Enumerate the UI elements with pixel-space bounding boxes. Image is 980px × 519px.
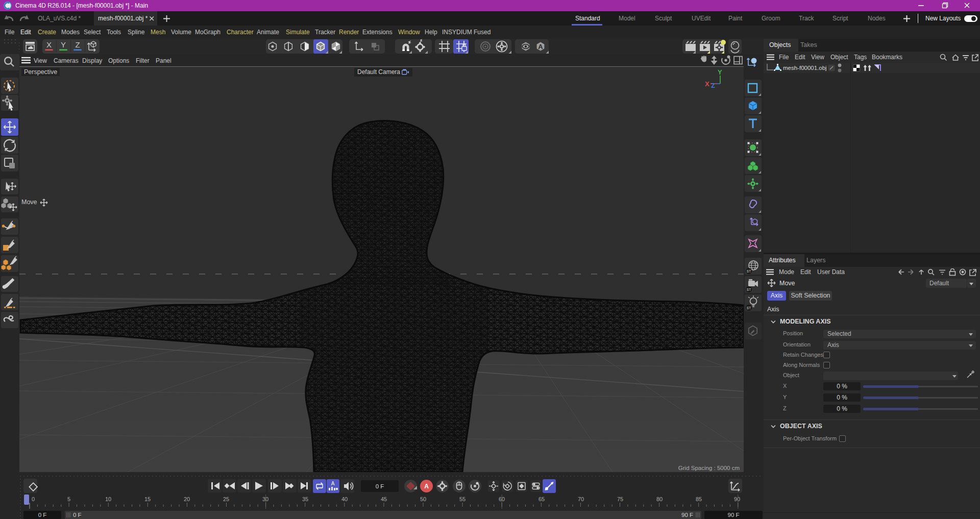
svg-text:ST: ST (747, 288, 751, 291)
svg-text:90 F: 90 F (681, 512, 693, 518)
svg-text:Z: Z (711, 82, 715, 89)
svg-text:Y: Y (61, 40, 66, 49)
svg-text:Z: Z (75, 40, 80, 49)
svg-text:A: A (331, 481, 335, 486)
svg-text:10: 10 (105, 496, 111, 502)
svg-text:65: 65 (538, 496, 545, 502)
svg-text:25: 25 (223, 496, 229, 502)
svg-text:0 F: 0 F (376, 483, 384, 489)
svg-text:55: 55 (459, 496, 465, 502)
svg-text:0 F: 0 F (38, 512, 47, 518)
svg-text:ST: ST (747, 306, 751, 310)
svg-text:40: 40 (341, 496, 348, 502)
svg-text:80: 80 (656, 496, 663, 502)
svg-text:X: X (46, 40, 52, 49)
svg-text:90 F: 90 F (727, 512, 739, 518)
svg-text:X: X (705, 80, 709, 88)
svg-text:45: 45 (381, 496, 387, 502)
svg-text:Y: Y (718, 68, 722, 76)
svg-text:35: 35 (302, 496, 308, 502)
svg-text:0: 0 (32, 496, 35, 502)
svg-text:75: 75 (617, 496, 623, 502)
svg-text:0 F: 0 F (73, 512, 82, 518)
svg-text:A: A (538, 43, 543, 51)
svg-text:70: 70 (578, 496, 584, 502)
svg-text:A: A (424, 483, 429, 490)
svg-text:15: 15 (144, 496, 151, 502)
svg-text:90: 90 (734, 496, 740, 502)
svg-text:50: 50 (420, 496, 426, 502)
svg-text:ST: ST (747, 269, 751, 273)
svg-text:5: 5 (67, 496, 70, 502)
svg-text:20: 20 (184, 496, 190, 502)
svg-text:85: 85 (696, 496, 702, 502)
